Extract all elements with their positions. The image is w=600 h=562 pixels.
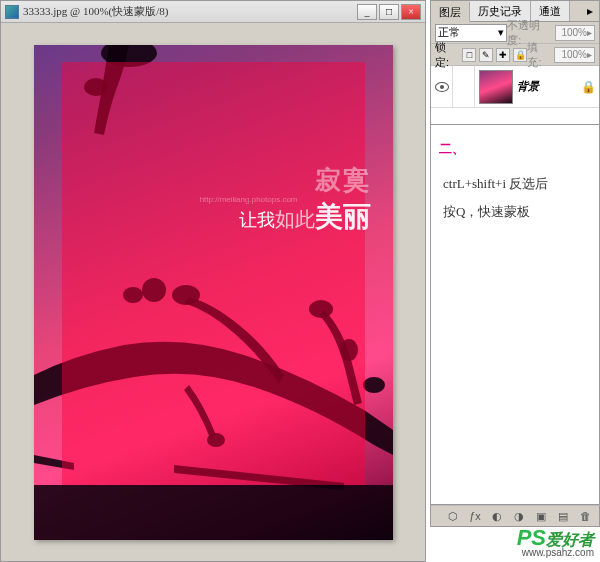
visibility-toggle[interactable] — [431, 66, 453, 107]
lock-icon: 🔒 — [581, 80, 595, 94]
fx-icon[interactable]: ƒx — [467, 508, 483, 524]
lock-row: 锁定: □ ✎ ✚ 🔒 填充: 100%▸ — [431, 44, 599, 66]
fill-input[interactable]: 100%▸ — [554, 47, 595, 63]
chevron-down-icon: ▸ — [587, 27, 592, 38]
mask-icon[interactable]: ◐ — [489, 508, 505, 524]
panel-menu-icon[interactable]: ▸ — [581, 1, 599, 21]
step-number: 二、 — [439, 135, 591, 164]
layers-panel: 正常 ▾ 不透明度: 100%▸ 锁定: □ ✎ ✚ 🔒 填充: 100%▸ 背… — [430, 22, 600, 125]
minimize-button[interactable]: _ — [357, 4, 377, 20]
artwork-l2a: 让我 — [239, 210, 275, 230]
folder-icon[interactable]: ▣ — [533, 508, 549, 524]
instruction-line2: 按Q，快速蒙板 — [443, 198, 591, 227]
lock-transparent-icon[interactable]: □ — [462, 48, 476, 62]
fill-value: 100% — [561, 49, 587, 60]
artwork-title-line2: 让我如此美丽 — [239, 198, 371, 236]
panel-stack: 图层 历史记录 通道 ▸ 正常 ▾ 不透明度: 100%▸ 锁定: □ ✎ ✚ … — [430, 0, 600, 527]
instruction-line1: ctrL+shift+i 反选后 — [443, 170, 591, 199]
document-window: 33333.jpg @ 100%(快速蒙版/8) _ □ × — [0, 0, 426, 562]
artwork-l2d: 丽 — [343, 201, 371, 232]
annotation-area: 二、 ctrL+shift+i 反选后 按Q，快速蒙板 — [430, 125, 600, 505]
lock-all-icon[interactable]: 🔒 — [513, 48, 527, 62]
document-title: 33333.jpg @ 100%(快速蒙版/8) — [23, 4, 357, 19]
layer-thumbnail[interactable] — [479, 70, 513, 104]
close-button[interactable]: × — [401, 4, 421, 20]
artwork-l2b: 如此 — [275, 208, 315, 230]
app-icon — [5, 5, 19, 19]
lock-label: 锁定: — [435, 40, 459, 70]
lock-buttons: □ ✎ ✚ 🔒 — [462, 48, 527, 62]
artwork-title: 寂寞 让我如此美丽 — [239, 163, 371, 236]
watermark-text: 爱好者 — [546, 531, 594, 548]
window-controls: _ □ × — [357, 4, 421, 20]
lock-pixels-icon[interactable]: ✎ — [479, 48, 493, 62]
adjustment-icon[interactable]: ◑ — [511, 508, 527, 524]
canvas-area[interactable]: http://meiliang.photops.com 寂寞 让我如此美丽 — [2, 24, 424, 560]
link-layers-icon[interactable]: ⬡ — [445, 508, 461, 524]
lock-position-icon[interactable]: ✚ — [496, 48, 510, 62]
quick-mask-overlay — [62, 62, 365, 485]
artwork-l2c: 美 — [315, 201, 343, 232]
opacity-input[interactable]: 100%▸ — [555, 25, 596, 41]
trash-icon[interactable]: 🗑 — [577, 508, 593, 524]
chevron-down-icon: ▾ — [498, 26, 504, 39]
watermark-url: www.psahz.com — [517, 547, 594, 558]
layer-list[interactable]: 背景 🔒 — [431, 66, 599, 124]
fill-label: 填充: — [527, 40, 551, 70]
link-column[interactable] — [453, 66, 475, 107]
svg-point-7 — [363, 377, 385, 393]
layer-name[interactable]: 背景 — [517, 79, 581, 94]
opacity-value: 100% — [561, 27, 587, 38]
artwork-title-line1: 寂寞 — [239, 163, 371, 198]
layers-panel-footer: ⬡ ƒx ◐ ◑ ▣ ▤ 🗑 — [430, 505, 600, 527]
chevron-down-icon: ▸ — [587, 49, 592, 60]
maximize-button[interactable]: □ — [379, 4, 399, 20]
svg-rect-9 — [34, 485, 393, 540]
eye-icon — [435, 82, 449, 92]
layer-row[interactable]: 背景 🔒 — [431, 66, 599, 108]
document-titlebar[interactable]: 33333.jpg @ 100%(快速蒙版/8) _ □ × — [1, 1, 425, 23]
canvas-image[interactable]: http://meiliang.photops.com 寂寞 让我如此美丽 — [34, 45, 393, 540]
blend-mode-value: 正常 — [438, 25, 460, 40]
new-layer-icon[interactable]: ▤ — [555, 508, 571, 524]
watermark: PS爱好者 www.psahz.com — [517, 525, 594, 558]
tab-layers[interactable]: 图层 — [431, 2, 470, 22]
